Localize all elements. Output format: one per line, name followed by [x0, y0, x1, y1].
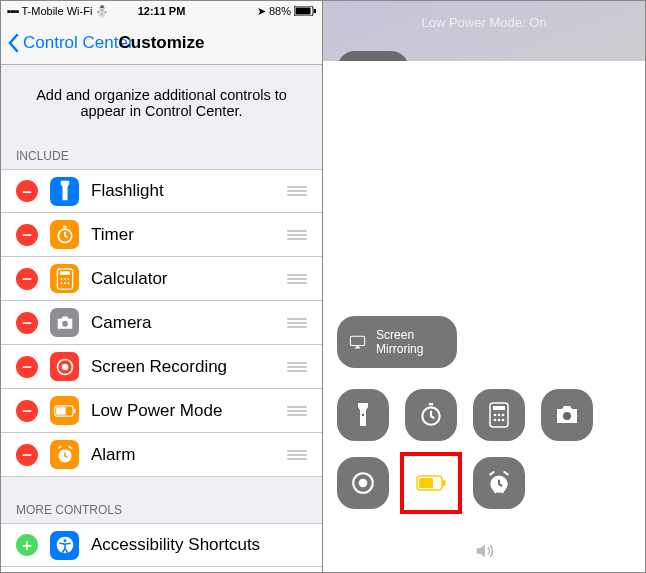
timer-icon [50, 220, 79, 249]
svg-point-35 [502, 414, 505, 417]
row-label: Alarm [91, 445, 287, 465]
remove-button[interactable]: – [16, 224, 38, 246]
svg-point-11 [67, 282, 69, 284]
chevron-left-icon [7, 33, 19, 53]
remove-button[interactable]: – [16, 444, 38, 466]
svg-point-38 [502, 419, 505, 422]
svg-rect-16 [56, 407, 66, 414]
screen-recording-button[interactable] [337, 457, 389, 509]
row-label: Low Power Mode [91, 401, 287, 421]
access-icon [50, 531, 79, 560]
svg-rect-17 [73, 408, 75, 412]
svg-rect-28 [350, 336, 364, 345]
svg-rect-32 [493, 406, 505, 410]
remove-button[interactable]: – [16, 268, 38, 290]
description-text: Add and organize additional controls to … [1, 65, 322, 141]
remove-button[interactable]: – [16, 356, 38, 378]
timer-icon [418, 402, 444, 428]
alarm-icon [50, 440, 79, 469]
row-label: Camera [91, 313, 287, 333]
remove-button[interactable]: – [16, 400, 38, 422]
control-row: –Calculator [1, 257, 322, 301]
flashlight-icon [356, 402, 370, 428]
screen-mirroring-button[interactable]: Screen Mirroring [337, 316, 457, 368]
control-row: +tvApple TV Remote [1, 567, 322, 572]
svg-point-39 [563, 412, 571, 420]
row-label: Screen Recording [91, 357, 287, 377]
battery-icon [416, 475, 446, 491]
svg-point-12 [62, 320, 68, 326]
more-header: MORE CONTROLS [1, 495, 322, 523]
camera-button[interactable] [541, 389, 593, 441]
control-row: –Timer [1, 213, 322, 257]
add-button[interactable]: + [16, 534, 38, 556]
drag-handle[interactable] [287, 186, 307, 196]
alarm-button[interactable] [473, 457, 525, 509]
flashlight-button[interactable] [337, 389, 389, 441]
svg-point-29 [362, 414, 364, 416]
control-center-pane: Low Power Mode: On Music ◀◀ ▶ ▶▶ [323, 1, 645, 572]
row-label: Accessibility Shortcuts [91, 535, 307, 555]
volume-slider[interactable] [337, 171, 409, 291]
clock: 12:11 PM [1, 5, 322, 17]
back-button[interactable]: Control Center [7, 33, 134, 53]
svg-point-41 [359, 479, 368, 488]
low-power-mode-button[interactable] [405, 457, 457, 509]
drag-handle[interactable] [287, 230, 307, 240]
camera-icon [554, 404, 580, 426]
svg-point-37 [498, 419, 501, 422]
alarm-icon [486, 470, 512, 496]
calculator-icon [489, 402, 509, 428]
svg-rect-43 [419, 478, 433, 488]
drag-handle[interactable] [287, 450, 307, 460]
control-row: –Alarm [1, 433, 322, 477]
control-row: –Camera [1, 301, 322, 345]
svg-point-14 [61, 363, 68, 370]
include-header: INCLUDE [1, 141, 322, 169]
control-row: –Low Power Mode [1, 389, 322, 433]
row-label: Flashlight [91, 181, 287, 201]
svg-point-9 [60, 282, 62, 284]
remove-button[interactable]: – [16, 312, 38, 334]
drag-handle[interactable] [287, 362, 307, 372]
timer-button[interactable] [405, 389, 457, 441]
svg-point-6 [60, 277, 62, 279]
row-label: Calculator [91, 269, 287, 289]
calculator-icon [50, 264, 79, 293]
flashlight-icon [50, 177, 79, 206]
svg-point-8 [67, 277, 69, 279]
battery-icon [50, 396, 79, 425]
svg-point-33 [494, 414, 497, 417]
calculator-button[interactable] [473, 389, 525, 441]
svg-point-7 [63, 277, 65, 279]
control-row: –Screen Recording [1, 345, 322, 389]
airplay-icon [349, 332, 366, 352]
drag-handle[interactable] [287, 274, 307, 284]
control-row: –Flashlight [1, 169, 322, 213]
row-label: Timer [91, 225, 287, 245]
record-icon [350, 470, 376, 496]
camera-icon [50, 308, 79, 337]
svg-point-34 [498, 414, 501, 417]
svg-point-10 [63, 282, 65, 284]
svg-point-20 [63, 539, 66, 542]
svg-point-36 [494, 419, 497, 422]
drag-handle[interactable] [287, 406, 307, 416]
nav-bar: Control Center Customize [1, 21, 322, 65]
status-bar: ▪▪▪▪ T-Mobile Wi-Fi ⛄ 12:11 PM ➤ 88% [1, 1, 322, 21]
record-icon [50, 352, 79, 381]
customize-settings-pane: ▪▪▪▪ T-Mobile Wi-Fi ⛄ 12:11 PM ➤ 88% Con… [1, 1, 323, 572]
banner-text: Low Power Mode: On [323, 1, 645, 40]
drag-handle[interactable] [287, 318, 307, 328]
svg-rect-44 [443, 480, 446, 486]
remove-button[interactable]: – [16, 180, 38, 202]
control-row: +Accessibility Shortcuts [1, 523, 322, 567]
svg-rect-5 [59, 271, 69, 274]
